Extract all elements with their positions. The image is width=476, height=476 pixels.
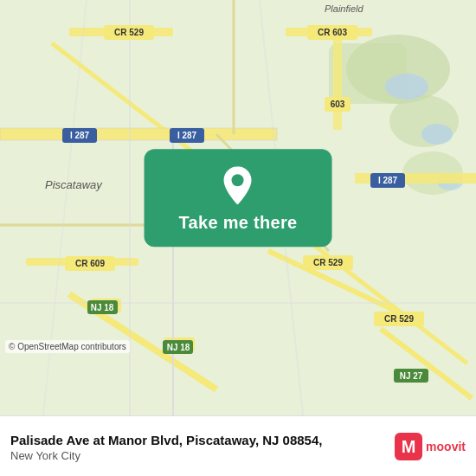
svg-text:I 287: I 287 [177, 131, 197, 140]
svg-text:CR 529: CR 529 [384, 314, 414, 324]
footer-text-block: Palisade Ave at Manor Blvd, Piscataway, … [10, 431, 386, 462]
svg-text:CR 529: CR 529 [114, 28, 144, 37]
svg-text:M: M [402, 437, 416, 456]
svg-text:I 287: I 287 [70, 131, 90, 140]
svg-text:603: 603 [331, 100, 345, 109]
svg-point-5 [385, 74, 428, 100]
green-panel: Take me there [145, 149, 332, 247]
svg-rect-14 [333, 26, 342, 130]
footer-address: Palisade Ave at Manor Blvd, Piscataway, … [10, 431, 386, 449]
svg-text:NJ 18: NJ 18 [91, 303, 114, 312]
svg-text:Plainfield: Plainfield [325, 3, 364, 14]
svg-text:CR 609: CR 609 [75, 259, 105, 268]
svg-text:CR 529: CR 529 [313, 258, 343, 267]
svg-text:CR 603: CR 603 [318, 28, 347, 37]
location-pin-icon [222, 166, 254, 204]
svg-text:I 287: I 287 [378, 176, 398, 185]
footer-city: New York City [10, 449, 386, 462]
moovit-label: moovit [426, 440, 466, 453]
svg-text:NJ 18: NJ 18 [167, 343, 190, 352]
svg-text:NJ 27: NJ 27 [400, 371, 423, 381]
moovit-icon: M [395, 433, 422, 460]
footer: Palisade Ave at Manor Blvd, Piscataway, … [0, 415, 476, 476]
moovit-logo: M moovit [395, 433, 466, 460]
svg-text:Piscataway: Piscataway [45, 178, 103, 191]
take-me-there-button[interactable]: Take me there [179, 213, 298, 233]
svg-point-6 [421, 124, 453, 145]
map-container: CR 529 CR 603 603 I 287 I 287 I 287 Pisc… [0, 0, 476, 415]
svg-rect-9 [0, 128, 277, 140]
svg-point-55 [232, 174, 244, 186]
action-panel: Take me there [145, 149, 332, 247]
osm-credit-text: © OpenStreetMap contributors [9, 342, 126, 351]
osm-credit: © OpenStreetMap contributors [5, 340, 130, 353]
